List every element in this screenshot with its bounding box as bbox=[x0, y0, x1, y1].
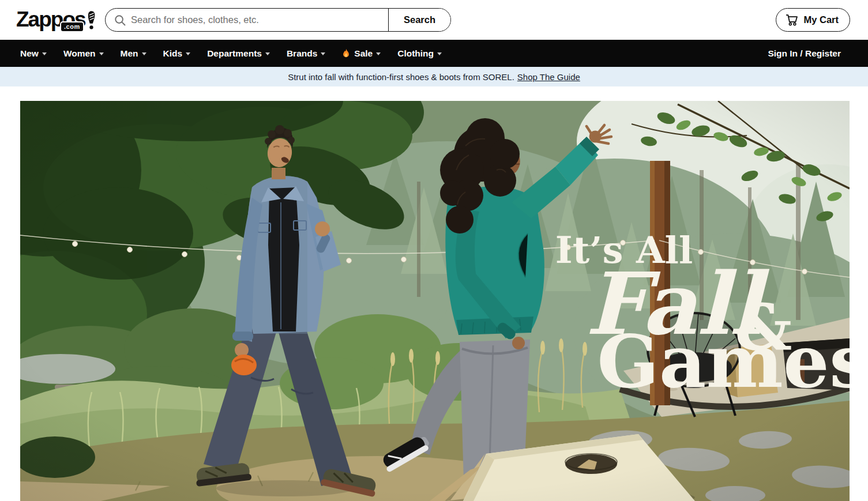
caret-down-icon bbox=[42, 52, 47, 55]
nav-item-women[interactable]: Women bbox=[63, 48, 104, 59]
search-button[interactable]: Search bbox=[388, 9, 450, 31]
hero-image: It’s All Fall & Games bbox=[20, 101, 850, 501]
caret-down-icon bbox=[142, 52, 146, 55]
caret-down-icon bbox=[437, 52, 442, 55]
search-form: Search bbox=[105, 8, 451, 32]
hero-banner[interactable]: It’s All Fall & Games bbox=[20, 101, 850, 501]
caret-down-icon bbox=[321, 52, 325, 55]
search-icon bbox=[114, 14, 126, 27]
caret-down-icon bbox=[99, 52, 104, 55]
search-input[interactable] bbox=[106, 9, 388, 31]
caret-down-icon bbox=[186, 52, 190, 55]
flame-icon bbox=[342, 48, 350, 59]
main-nav: New Women Men Kids Departments Brands Sa… bbox=[0, 40, 868, 67]
nav-item-clothing[interactable]: Clothing bbox=[397, 48, 442, 59]
shoe-logo-icon bbox=[87, 7, 96, 33]
promo-message: Strut into fall with function-first shoe… bbox=[288, 72, 514, 82]
my-cart-button[interactable]: My Cart bbox=[776, 8, 850, 32]
caret-down-icon bbox=[376, 52, 381, 55]
cart-icon bbox=[786, 14, 798, 26]
top-header: Zappos .com Search My Cart bbox=[0, 0, 868, 40]
my-cart-label: My Cart bbox=[803, 14, 839, 25]
nav-item-departments[interactable]: Departments bbox=[207, 48, 270, 59]
promo-shop-guide-link[interactable]: Shop The Guide bbox=[517, 72, 580, 82]
sign-in-register-link[interactable]: Sign In / Register bbox=[768, 48, 841, 59]
nav-item-brands[interactable]: Brands bbox=[287, 48, 325, 59]
nav-item-sale[interactable]: Sale bbox=[342, 48, 381, 59]
nav-item-kids[interactable]: Kids bbox=[163, 48, 191, 59]
zappos-logo[interactable]: Zappos .com bbox=[16, 6, 96, 33]
promo-banner: Strut into fall with function-first shoe… bbox=[0, 67, 868, 86]
nav-item-new[interactable]: New bbox=[20, 48, 47, 59]
search-box bbox=[106, 9, 388, 31]
caret-down-icon bbox=[265, 52, 270, 55]
zappos-logo-com-badge: .com bbox=[61, 22, 83, 31]
nav-item-men[interactable]: Men bbox=[121, 48, 146, 59]
